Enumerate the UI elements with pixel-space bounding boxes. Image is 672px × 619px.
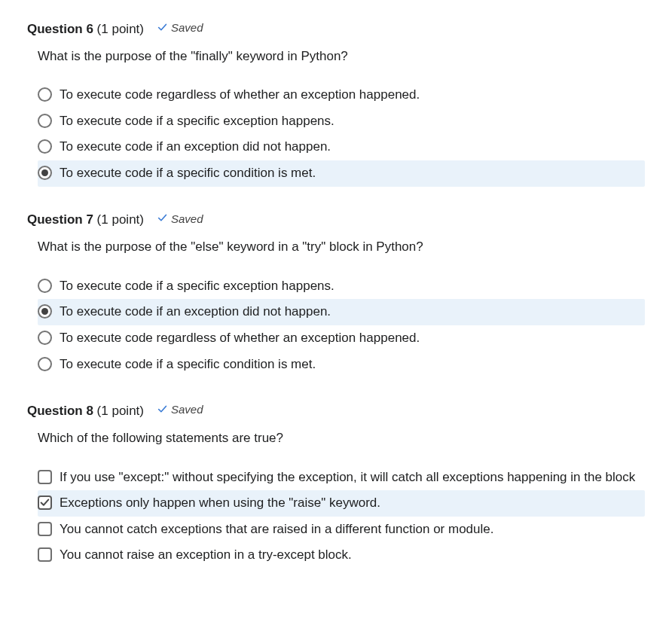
question-points: (1 point) bbox=[97, 404, 144, 418]
checkbox-option[interactable]: If you use "except:" without specifying … bbox=[38, 465, 645, 491]
option-label: To execute code if an exception did not … bbox=[60, 138, 639, 157]
radio-option[interactable]: To execute code regardless of whether an… bbox=[38, 82, 645, 108]
radio-input[interactable] bbox=[38, 139, 52, 154]
saved-indicator: Saved bbox=[157, 21, 203, 34]
question-header: Question 7 (1 point)Saved bbox=[27, 212, 645, 228]
question-block: Question 7 (1 point)SavedWhat is the pur… bbox=[27, 212, 645, 378]
option-label: To execute code if an exception did not … bbox=[60, 303, 639, 322]
option-label: You cannot catch exceptions that are rai… bbox=[60, 520, 639, 539]
option-label: If you use "except:" without specifying … bbox=[60, 468, 639, 487]
option-label: Exceptions only happen when using the "r… bbox=[60, 494, 639, 513]
question-header: Question 6 (1 point)Saved bbox=[27, 21, 645, 37]
check-icon bbox=[157, 404, 168, 415]
option-label: To execute code if a specific exception … bbox=[60, 277, 639, 296]
radio-input[interactable] bbox=[38, 279, 52, 293]
question-title: Question 7 (1 point) bbox=[27, 212, 144, 227]
radio-input[interactable] bbox=[38, 114, 52, 128]
question-number: 7 bbox=[86, 212, 93, 227]
options-list: To execute code regardless of whether an… bbox=[38, 82, 645, 187]
radio-input[interactable] bbox=[38, 87, 52, 102]
option-label: To execute code if a specific condition … bbox=[60, 164, 639, 183]
radio-option[interactable]: To execute code if a specific condition … bbox=[38, 352, 645, 378]
question-number-prefix: Question bbox=[27, 404, 86, 418]
radio-input[interactable] bbox=[38, 357, 52, 371]
question-number: 8 bbox=[86, 404, 93, 418]
radio-input[interactable] bbox=[38, 304, 52, 319]
checkbox-input[interactable] bbox=[38, 522, 52, 536]
question-number-prefix: Question bbox=[27, 22, 86, 36]
checkbox-option[interactable]: You cannot raise an exception in a try-e… bbox=[38, 542, 645, 569]
option-label: To execute code if a specific exception … bbox=[60, 112, 639, 131]
question-block: Question 6 (1 point)SavedWhat is the pur… bbox=[27, 21, 645, 187]
check-icon bbox=[157, 213, 168, 224]
saved-label: Saved bbox=[171, 403, 203, 416]
option-label: To execute code regardless of whether an… bbox=[60, 86, 639, 105]
question-points: (1 point) bbox=[97, 212, 144, 227]
question-block: Question 8 (1 point)SavedWhich of the fo… bbox=[27, 403, 645, 569]
question-number-prefix: Question bbox=[27, 212, 86, 227]
radio-option[interactable]: To execute code if a specific exception … bbox=[38, 273, 645, 300]
saved-indicator: Saved bbox=[157, 403, 203, 416]
question-header: Question 8 (1 point)Saved bbox=[27, 403, 645, 419]
checkbox-option[interactable]: Exceptions only happen when using the "r… bbox=[38, 490, 645, 517]
checkbox-input[interactable] bbox=[38, 470, 52, 484]
radio-option[interactable]: To execute code regardless of whether an… bbox=[38, 325, 645, 352]
options-list: To execute code if a specific exception … bbox=[38, 273, 645, 378]
radio-option[interactable]: To execute code if a specific exception … bbox=[38, 108, 645, 135]
question-title: Question 6 (1 point) bbox=[27, 22, 144, 37]
check-icon bbox=[157, 23, 168, 33]
option-label: To execute code regardless of whether an… bbox=[60, 329, 639, 348]
options-list: If you use "except:" without specifying … bbox=[38, 465, 645, 569]
radio-option[interactable]: To execute code if an exception did not … bbox=[38, 134, 645, 160]
question-title: Question 8 (1 point) bbox=[27, 404, 144, 419]
option-label: You cannot raise an exception in a try-e… bbox=[60, 546, 639, 565]
saved-label: Saved bbox=[171, 212, 203, 225]
question-points: (1 point) bbox=[97, 22, 144, 36]
radio-input[interactable] bbox=[38, 331, 52, 345]
option-label: To execute code if a specific condition … bbox=[60, 355, 639, 374]
saved-label: Saved bbox=[171, 21, 203, 34]
checkbox-input[interactable] bbox=[38, 496, 52, 510]
radio-option[interactable]: To execute code if an exception did not … bbox=[38, 299, 645, 325]
question-prompt: What is the purpose of the "finally" key… bbox=[38, 47, 645, 66]
checkbox-input[interactable] bbox=[38, 547, 52, 562]
radio-option[interactable]: To execute code if a specific condition … bbox=[38, 160, 645, 187]
saved-indicator: Saved bbox=[157, 212, 203, 225]
question-number: 6 bbox=[86, 22, 93, 36]
question-prompt: Which of the following statements are tr… bbox=[38, 429, 645, 448]
radio-input[interactable] bbox=[38, 166, 52, 180]
question-prompt: What is the purpose of the "else" keywor… bbox=[38, 238, 645, 257]
checkbox-option[interactable]: You cannot catch exceptions that are rai… bbox=[38, 517, 645, 543]
